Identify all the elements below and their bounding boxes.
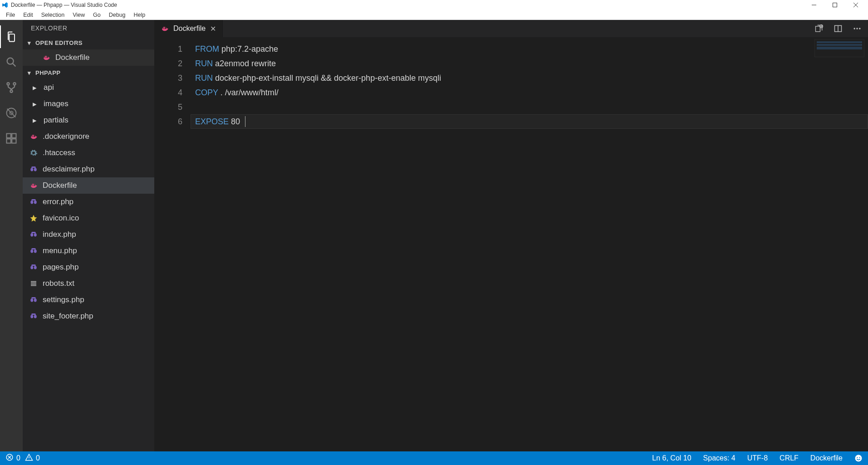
lines-icon — [29, 279, 38, 288]
svg-rect-15 — [31, 136, 32, 137]
open-editor-item[interactable]: Dockerfile — [23, 49, 154, 66]
chevron-right-icon: ▸ — [32, 99, 37, 109]
svg-rect-27 — [33, 184, 34, 185]
svg-rect-14 — [46, 56, 47, 57]
tab-dockerfile[interactable]: Dockerfile ✕ — [154, 20, 223, 37]
file-item[interactable]: desclaimer.php — [23, 161, 154, 177]
split-editor-icon[interactable] — [834, 24, 843, 33]
status-errors[interactable]: 0 — [5, 453, 20, 463]
explorer-sidebar: EXPLORER ▾ OPEN EDITORS Dockerfile ▾ PHP… — [23, 20, 154, 451]
status-feedback-icon[interactable] — [854, 454, 863, 462]
file-item[interactable]: menu.php — [23, 243, 154, 259]
svg-rect-46 — [162, 28, 163, 29]
file-label: robots.txt — [43, 279, 74, 288]
code-line[interactable]: FROM php:7.2-apache — [191, 42, 868, 56]
docker-icon — [29, 181, 38, 190]
window-title: Dockerfile — Phpapp — Visual Studio Code — [11, 2, 117, 8]
file-label: .dockerignore — [43, 132, 89, 141]
file-item[interactable]: index.php — [23, 226, 154, 243]
menu-bar: File Edit Selection View Go Debug Help — [0, 10, 868, 20]
svg-rect-33 — [32, 232, 36, 233]
menu-go[interactable]: Go — [89, 11, 105, 19]
project-section[interactable]: ▾ PHPAPP — [23, 66, 154, 79]
file-item[interactable]: settings.php — [23, 292, 154, 308]
file-label: settings.php — [43, 295, 84, 304]
status-indentation[interactable]: Spaces: 4 — [703, 454, 736, 462]
svg-rect-26 — [32, 184, 33, 185]
status-cursor-position[interactable]: Ln 6, Col 10 — [652, 454, 691, 462]
more-actions-icon[interactable] — [853, 24, 862, 33]
svg-rect-51 — [816, 26, 820, 32]
menu-edit[interactable]: Edit — [19, 11, 37, 19]
php-icon — [29, 197, 38, 206]
file-label: error.php — [43, 197, 74, 206]
folder-label: partials — [44, 116, 69, 125]
minimap[interactable] — [814, 39, 864, 57]
open-editors-section[interactable]: ▾ OPEN EDITORS — [23, 36, 154, 49]
menu-view[interactable]: View — [69, 11, 89, 19]
status-encoding[interactable]: UTF-8 — [747, 454, 768, 462]
file-item[interactable]: robots.txt — [23, 275, 154, 292]
file-item[interactable]: Dockerfile — [23, 177, 154, 194]
tab-close-icon[interactable]: ✕ — [210, 24, 216, 33]
menu-debug[interactable]: Debug — [105, 11, 130, 19]
activity-explorer[interactable] — [0, 25, 23, 48]
svg-point-32 — [34, 233, 37, 237]
window-minimize-button[interactable] — [804, 0, 824, 10]
activity-bar — [0, 20, 23, 451]
code-line[interactable]: RUN a2enmod rewrite — [191, 56, 868, 71]
line-number-gutter: 123456 — [154, 37, 191, 451]
activity-debug[interactable] — [0, 102, 23, 124]
svg-point-4 — [10, 90, 12, 93]
svg-point-56 — [859, 28, 860, 29]
svg-point-21 — [34, 168, 37, 171]
open-editors-label: OPEN EDITORS — [35, 39, 83, 46]
folder-item[interactable]: ▸api — [23, 79, 154, 96]
svg-point-2 — [7, 83, 9, 85]
svg-rect-48 — [164, 28, 165, 29]
svg-point-28 — [30, 201, 33, 204]
activity-source-control[interactable] — [0, 76, 23, 99]
svg-rect-17 — [33, 136, 34, 137]
code-line[interactable] — [191, 100, 868, 114]
status-warnings-count: 0 — [36, 454, 40, 462]
sidebar-title: EXPLORER — [23, 20, 154, 36]
svg-point-58 — [855, 455, 862, 462]
svg-rect-0 — [833, 3, 837, 7]
svg-rect-39 — [32, 264, 36, 266]
folder-item[interactable]: ▸partials — [23, 112, 154, 128]
file-item[interactable]: .htaccess — [23, 145, 154, 161]
code-line[interactable]: RUN docker-php-ext-install mysqli && doc… — [191, 71, 868, 85]
svg-point-55 — [856, 28, 858, 29]
menu-help[interactable]: Help — [130, 11, 150, 19]
file-item[interactable]: site_footer.php — [23, 308, 154, 324]
menu-file[interactable]: File — [2, 11, 19, 19]
file-item[interactable]: pages.php — [23, 259, 154, 275]
file-item[interactable]: .dockerignore — [23, 128, 154, 145]
activity-extensions[interactable] — [0, 127, 23, 150]
folder-item[interactable]: ▸images — [23, 96, 154, 112]
svg-point-29 — [34, 201, 37, 204]
svg-point-38 — [34, 266, 37, 269]
chevron-right-icon: ▸ — [32, 116, 37, 125]
docker-icon — [29, 132, 38, 141]
file-item[interactable]: error.php — [23, 194, 154, 210]
status-warnings[interactable]: 0 — [25, 453, 40, 463]
php-icon — [29, 165, 38, 174]
code-editor[interactable]: FROM php:7.2-apacheRUN a2enmod rewriteRU… — [191, 37, 868, 451]
svg-point-43 — [30, 315, 33, 318]
file-item[interactable]: favicon.ico — [23, 210, 154, 226]
window-close-button[interactable] — [845, 0, 866, 10]
open-editors-list: Dockerfile — [23, 49, 154, 66]
compare-changes-icon[interactable] — [814, 24, 824, 33]
tab-label: Dockerfile — [173, 24, 206, 33]
window-maximize-button[interactable] — [824, 0, 845, 10]
code-line[interactable]: EXPOSE 80 — [191, 114, 868, 129]
php-icon — [29, 295, 38, 304]
activity-search[interactable] — [0, 51, 23, 73]
code-line[interactable]: COPY . /var/www/html/ — [191, 85, 868, 100]
status-eol[interactable]: CRLF — [780, 454, 799, 462]
menu-selection[interactable]: Selection — [37, 11, 69, 19]
docker-icon — [161, 24, 169, 33]
status-language-mode[interactable]: Dockerfile — [810, 454, 843, 462]
